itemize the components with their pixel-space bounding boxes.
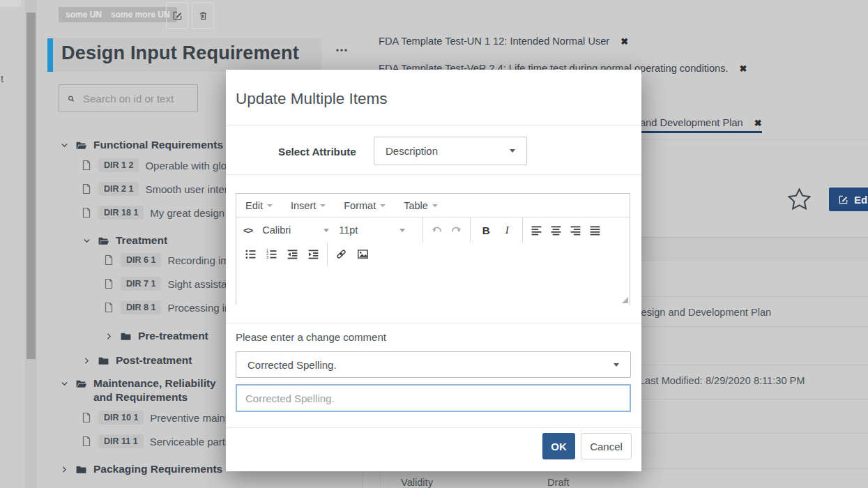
editor-toolbar-row2 bbox=[236, 243, 630, 266]
tree-folder-maintenance[interactable]: Maintenance, Reliability and Requirement… bbox=[60, 376, 231, 407]
editor-content-area[interactable] bbox=[236, 266, 630, 305]
edit-button[interactable]: Edit bbox=[829, 188, 868, 211]
align-justify-icon[interactable] bbox=[589, 224, 601, 236]
document-icon bbox=[81, 183, 92, 195]
chevron-down-icon bbox=[267, 204, 273, 207]
outdent-icon[interactable] bbox=[287, 248, 298, 260]
tree-folder-label: Maintenance, Reliability and Requirement… bbox=[93, 376, 231, 404]
tree-folder-functional-requirements[interactable]: Functional Requirements bbox=[60, 137, 223, 153]
document-icon bbox=[103, 302, 114, 313]
divider bbox=[226, 323, 641, 323]
close-icon[interactable]: ✖ bbox=[754, 118, 762, 128]
tree-folder-label: Functional Requirements bbox=[93, 139, 223, 151]
requirement-id-badge: DIR 10 1 bbox=[98, 411, 144, 425]
font-family-select[interactable]: Calibri bbox=[262, 224, 329, 236]
folder-icon bbox=[75, 464, 87, 475]
tree-item-dir-8-1[interactable]: DIR 8 1 Processing imag bbox=[103, 299, 245, 316]
requirement-id-badge: DIR 2 1 bbox=[98, 182, 139, 196]
selected-item-tab[interactable]: and Development Plan ✖ bbox=[640, 117, 762, 128]
resize-handle[interactable] bbox=[622, 297, 628, 303]
link-icon[interactable] bbox=[335, 248, 347, 260]
chevron-down-icon[interactable] bbox=[60, 141, 69, 150]
chevron-right-icon[interactable] bbox=[105, 332, 114, 341]
title-accent-bar bbox=[47, 38, 53, 72]
tree-folder-pre-treatment[interactable]: Pre-treatment bbox=[105, 328, 208, 344]
menu-insert[interactable]: Insert bbox=[291, 200, 326, 211]
property-value: Design and Development Plan bbox=[634, 307, 771, 318]
tree-folder-post-treatment[interactable]: Post-treatment bbox=[82, 352, 192, 369]
chevron-right-icon[interactable] bbox=[60, 465, 69, 474]
redo-icon[interactable] bbox=[450, 224, 462, 236]
align-right-icon[interactable] bbox=[570, 224, 581, 236]
align-left-icon[interactable] bbox=[531, 224, 542, 236]
page-title: Design Input Requirement bbox=[61, 43, 299, 64]
chevron-down-icon[interactable] bbox=[82, 236, 91, 245]
document-icon bbox=[81, 207, 92, 218]
tree-folder-label: Packaging Requirements bbox=[93, 463, 222, 475]
attribute-select[interactable]: Description bbox=[374, 137, 527, 165]
trash-icon bbox=[198, 10, 208, 21]
menu-edit[interactable]: Edit bbox=[245, 200, 273, 211]
tag-some-un: some UN bbox=[59, 7, 109, 22]
chevron-right-icon[interactable] bbox=[82, 356, 91, 365]
tree-item-dir-10-1[interactable]: DIR 10 1 Preventive mainten bbox=[81, 409, 240, 426]
cancel-button[interactable]: Cancel bbox=[581, 433, 632, 459]
bullet-list-icon[interactable] bbox=[245, 248, 257, 260]
tree-folder-treatment[interactable]: Treatment bbox=[82, 232, 167, 249]
toolbar-separator bbox=[327, 243, 328, 266]
menu-format[interactable]: Format bbox=[344, 200, 386, 211]
tree-item-dir-6-1[interactable]: DIR 6 1 Recording imag bbox=[103, 252, 241, 268]
tree-item-dir-2-1[interactable]: DIR 2 1 Smooth user interfac bbox=[81, 181, 242, 197]
edit-tags-button[interactable] bbox=[166, 2, 188, 29]
folder-open-icon bbox=[75, 378, 87, 390]
change-comment-label: Please enter a change comment bbox=[236, 331, 386, 343]
selected-item-chip: FDA Template Test-UN 1 12: Intended Norm… bbox=[379, 36, 628, 47]
star-icon[interactable] bbox=[788, 188, 811, 211]
image-icon[interactable] bbox=[357, 248, 369, 260]
tree-item-dir-18-1[interactable]: DIR 18 1 My great design wo bbox=[81, 204, 241, 221]
requirement-id-badge: DIR 6 1 bbox=[121, 253, 161, 267]
rich-text-editor[interactable]: Edit Insert Format Table <> Calibri 11pt… bbox=[236, 193, 630, 305]
ellipsis-menu-icon[interactable] bbox=[335, 48, 348, 52]
editor-menubar: Edit Insert Format Table bbox=[236, 194, 630, 218]
change-comment-select-value: Corrected Spelling. bbox=[248, 359, 337, 371]
tree-search-box[interactable] bbox=[59, 84, 198, 112]
divider bbox=[226, 174, 641, 175]
tree-item-dir-11-1[interactable]: DIR 11 1 Serviceable parts bbox=[81, 433, 231, 450]
chip-label: FDA Template Test-UN 1 12: Intended Norm… bbox=[379, 36, 609, 47]
align-center-icon[interactable] bbox=[550, 224, 562, 236]
tree-item-dir-7-1[interactable]: DIR 7 1 Sight assistanc bbox=[103, 275, 238, 292]
change-comment-input[interactable] bbox=[237, 392, 630, 404]
tree-folder-packaging-requirements[interactable]: Packaging Requirements bbox=[60, 461, 222, 478]
tree-folder-label: Pre-treatment bbox=[138, 330, 208, 342]
chevron-down-icon bbox=[380, 204, 386, 207]
chevron-down-icon[interactable] bbox=[60, 379, 69, 388]
document-icon bbox=[81, 412, 92, 423]
undo-icon[interactable] bbox=[431, 224, 443, 236]
document-icon bbox=[103, 278, 114, 289]
font-size-select[interactable]: 11pt bbox=[339, 224, 405, 236]
close-icon[interactable]: ✖ bbox=[620, 36, 628, 47]
editor-toolbar-row1: <> Calibri 11pt B I bbox=[236, 218, 630, 243]
chevron-down-icon bbox=[399, 229, 405, 232]
indent-icon[interactable] bbox=[307, 248, 319, 260]
ok-button[interactable]: OK bbox=[542, 433, 575, 459]
delete-tags-button[interactable] bbox=[192, 2, 214, 29]
italic-icon[interactable]: I bbox=[499, 224, 515, 236]
tree-folder-label: Treatment bbox=[116, 234, 167, 247]
document-icon bbox=[81, 436, 92, 447]
toolbar-separator bbox=[470, 218, 471, 243]
change-comment-select[interactable]: Corrected Spelling. bbox=[236, 351, 631, 378]
chevron-down-icon bbox=[320, 204, 326, 207]
bold-icon[interactable]: B bbox=[478, 224, 494, 236]
toolbar-separator bbox=[522, 218, 523, 243]
numbered-list-icon[interactable] bbox=[266, 248, 277, 260]
close-icon[interactable]: ✖ bbox=[740, 63, 747, 74]
left-scrollbar-thumb[interactable] bbox=[26, 13, 36, 359]
menu-table[interactable]: Table bbox=[404, 200, 438, 211]
source-code-icon[interactable]: <> bbox=[243, 225, 252, 236]
divider bbox=[226, 427, 641, 428]
tree-item-dir-1-2[interactable]: DIR 1 2 Operable with gloves bbox=[81, 157, 243, 174]
app-window: t some UN some more UN Design Input Requ… bbox=[0, 0, 868, 488]
search-input[interactable] bbox=[82, 92, 189, 105]
